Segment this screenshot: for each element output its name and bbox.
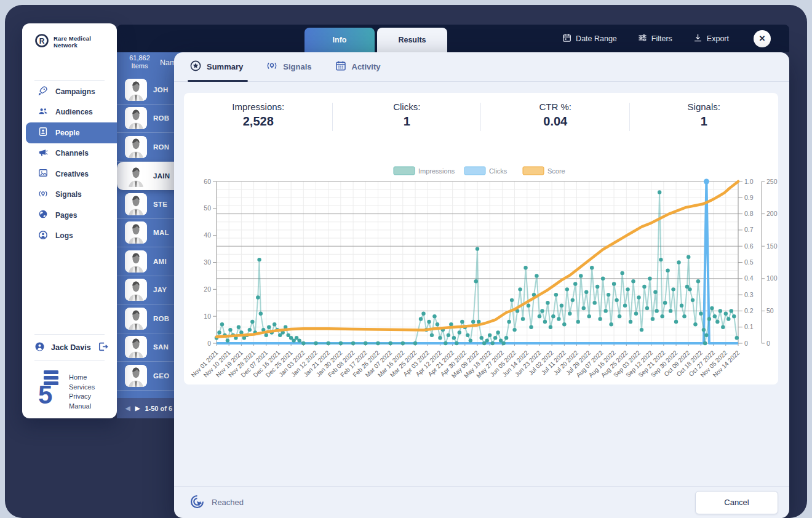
svg-text:Impressions: Impressions bbox=[418, 167, 455, 175]
image-icon bbox=[38, 168, 48, 180]
lightbulb-icon bbox=[266, 60, 277, 73]
footer-link-home[interactable]: Home bbox=[69, 373, 95, 383]
svg-text:0.6: 0.6 bbox=[744, 242, 754, 250]
prev-page-icon[interactable]: ◀ bbox=[125, 405, 130, 412]
results-chart: Nov 01 2021Nov 10 2021Nov 19 2021Nov 28 … bbox=[184, 147, 778, 385]
sidebar-item-label: Campaigns bbox=[55, 87, 95, 96]
person-avatar bbox=[125, 279, 147, 301]
svg-text:50: 50 bbox=[766, 307, 774, 314]
star-badge-icon bbox=[190, 60, 201, 73]
stat-value: 1 bbox=[333, 114, 482, 129]
export-button[interactable]: Export bbox=[693, 33, 729, 44]
sidebar-nav: Campaigns Audiences People Channels Crea… bbox=[22, 81, 117, 246]
stat-label: CTR %: bbox=[481, 102, 630, 112]
filters-button[interactable]: Filters bbox=[638, 33, 672, 44]
svg-text:10: 10 bbox=[204, 313, 211, 320]
person-name: JAY bbox=[153, 286, 167, 293]
five-logo: 5 bbox=[38, 369, 60, 411]
megaphone-icon bbox=[38, 148, 48, 159]
date-range-label: Date Range bbox=[576, 34, 617, 43]
person-circle-icon bbox=[38, 230, 48, 242]
svg-text:1.0: 1.0 bbox=[744, 178, 754, 185]
sidebar-item-label: Creatives bbox=[55, 170, 89, 178]
svg-text:5: 5 bbox=[38, 380, 52, 405]
export-label: Export bbox=[707, 34, 729, 43]
footer-link-privacy[interactable]: Privacy bbox=[69, 392, 95, 402]
divider bbox=[34, 80, 105, 81]
svg-text:0.8: 0.8 bbox=[744, 210, 754, 217]
svg-text:0: 0 bbox=[766, 340, 770, 347]
summary-card: Impressions: 2,528 Clicks: 1 CTR %: 0.04… bbox=[184, 93, 778, 385]
tab-activity[interactable]: Activity bbox=[335, 52, 381, 81]
svg-text:Score: Score bbox=[547, 167, 565, 175]
person-avatar bbox=[125, 136, 147, 158]
person-avatar bbox=[125, 365, 147, 387]
calendar-icon bbox=[562, 33, 571, 44]
svg-text:R: R bbox=[39, 37, 45, 46]
sidebar-item-channels[interactable]: Channels bbox=[22, 143, 117, 164]
sidebar-item-creatives[interactable]: Creatives bbox=[22, 164, 117, 185]
audiences-icon bbox=[38, 106, 48, 118]
sidebar-item-label: Pages bbox=[55, 211, 77, 220]
sidebar-item-label: Channels bbox=[55, 149, 89, 157]
filters-label: Filters bbox=[651, 34, 672, 43]
person-name: MAL bbox=[153, 229, 169, 236]
stat-label: Signals: bbox=[630, 102, 779, 112]
stat-clicks: Clicks: 1 bbox=[333, 102, 482, 129]
stat-ctr: CTR %: 0.04 bbox=[481, 102, 630, 129]
svg-text:150: 150 bbox=[766, 242, 778, 250]
footer-link-services[interactable]: Services bbox=[69, 383, 95, 392]
sidebar-item-people[interactable]: People bbox=[26, 122, 117, 143]
stat-label: Impressions: bbox=[184, 102, 333, 112]
reached-label: Reached bbox=[212, 498, 244, 507]
next-page-icon[interactable]: ▶ bbox=[135, 405, 140, 412]
divider bbox=[34, 334, 105, 335]
person-avatar bbox=[125, 221, 147, 244]
tab-results[interactable]: Results bbox=[377, 28, 447, 52]
logout-icon[interactable] bbox=[98, 341, 108, 354]
svg-text:40: 40 bbox=[204, 231, 211, 239]
person-avatar bbox=[125, 336, 147, 358]
app-frame: Info Results Date Range Filters Export ✕… bbox=[5, 5, 807, 518]
brand-name: Rare Medical Network bbox=[54, 35, 109, 49]
person-avatar bbox=[125, 107, 147, 129]
stats-row: Impressions: 2,528 Clicks: 1 CTR %: 0.04… bbox=[184, 93, 778, 129]
tab-label: Summary bbox=[207, 62, 243, 71]
tab-label: Signals bbox=[283, 62, 311, 71]
sidebar-item-signals[interactable]: Signals bbox=[22, 185, 117, 205]
person-name: STE bbox=[153, 201, 167, 208]
date-range-button[interactable]: Date Range bbox=[562, 33, 617, 44]
reached-click-icon bbox=[189, 493, 205, 512]
person-name: AMI bbox=[153, 258, 167, 265]
sidebar-item-label: Audiences bbox=[55, 108, 93, 116]
results-tab-bar: Summary Signals Activity bbox=[174, 52, 789, 82]
download-icon bbox=[693, 33, 703, 44]
svg-text:20: 20 bbox=[204, 285, 211, 293]
svg-text:0.4: 0.4 bbox=[744, 274, 754, 282]
svg-text:60: 60 bbox=[204, 178, 211, 185]
svg-text:0.2: 0.2 bbox=[744, 307, 754, 314]
footer-link-manual[interactable]: Manual bbox=[69, 402, 95, 412]
items-count: 61,862 bbox=[125, 54, 154, 62]
svg-text:100: 100 bbox=[766, 274, 778, 282]
svg-text:0.5: 0.5 bbox=[744, 258, 754, 266]
sidebar-item-label: Logs bbox=[55, 231, 73, 240]
stat-value: 1 bbox=[630, 114, 779, 129]
cancel-button[interactable]: Cancel bbox=[695, 491, 778, 514]
sidebar-item-logs[interactable]: Logs bbox=[22, 226, 117, 247]
results-modal: Summary Signals Activity Impressions: 2,… bbox=[174, 52, 789, 518]
svg-text:0.9: 0.9 bbox=[744, 194, 754, 201]
sidebar-item-audiences[interactable]: Audiences bbox=[22, 102, 117, 123]
user-name: Jack Davis bbox=[51, 343, 91, 352]
person-name: GEO bbox=[153, 372, 169, 380]
person-name: JOH bbox=[153, 86, 169, 94]
tab-signals[interactable]: Signals bbox=[266, 52, 311, 81]
calendar-grid-icon bbox=[335, 60, 346, 73]
people-badge-icon bbox=[38, 127, 48, 138]
stat-impressions: Impressions: 2,528 bbox=[184, 102, 333, 129]
tab-info[interactable]: Info bbox=[304, 28, 375, 52]
tab-summary[interactable]: Summary bbox=[190, 52, 243, 81]
close-button[interactable]: ✕ bbox=[754, 30, 771, 47]
sidebar-item-campaigns[interactable]: Campaigns bbox=[22, 81, 117, 102]
sidebar-item-pages[interactable]: Pages bbox=[22, 205, 117, 226]
